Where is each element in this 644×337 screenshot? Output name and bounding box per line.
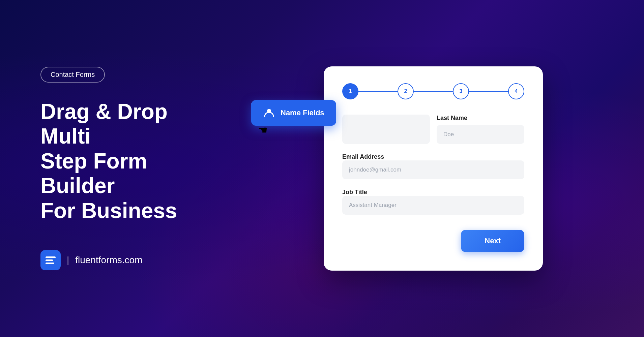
svg-rect-2 (46, 263, 54, 264)
step-4[interactable]: 4 (508, 83, 524, 99)
job-title-input[interactable] (342, 196, 524, 215)
button-row: Next (342, 226, 524, 252)
last-name-label: Last Name (437, 115, 524, 122)
step-3[interactable]: 3 (453, 83, 469, 99)
step-line-3 (469, 91, 508, 92)
step-1[interactable]: 1 (342, 83, 358, 99)
next-button[interactable]: Next (461, 230, 524, 252)
first-name-group (342, 115, 430, 144)
job-title-label: Job Title (342, 189, 367, 195)
email-label: Email Address (342, 153, 384, 160)
brand-url: fluentforms.com (75, 255, 142, 266)
contact-forms-badge[interactable]: Contact Forms (40, 67, 105, 83)
person-icon (263, 107, 275, 119)
left-panel: Contact Forms Drag & Drop Multi Step For… (0, 40, 236, 298)
last-name-group: Last Name (437, 115, 524, 144)
form-card: Name Fields ☚ 1 2 3 4 Last Name (324, 66, 543, 271)
email-row: Email Address (342, 153, 524, 179)
step-line-2 (413, 91, 453, 92)
brand-divider: | (67, 255, 69, 266)
brand: | fluentforms.com (40, 250, 209, 270)
job-title-row: Job Title (342, 189, 524, 215)
svg-rect-1 (46, 259, 53, 261)
name-fields-label: Name Fields (281, 109, 324, 117)
step-line-1 (358, 91, 398, 92)
name-fields-card[interactable]: Name Fields (251, 100, 336, 126)
email-input[interactable] (342, 160, 524, 179)
brand-logo (40, 250, 61, 270)
last-name-input[interactable] (437, 125, 524, 144)
step-indicator: 1 2 3 4 (342, 83, 524, 99)
name-row: Last Name (342, 115, 524, 144)
right-panel: Name Fields ☚ 1 2 3 4 Last Name (236, 46, 644, 291)
svg-rect-0 (46, 256, 56, 258)
headline: Drag & Drop Multi Step Form Builder For … (40, 99, 209, 223)
first-name-input[interactable] (342, 115, 430, 144)
step-2[interactable]: 2 (398, 83, 414, 99)
